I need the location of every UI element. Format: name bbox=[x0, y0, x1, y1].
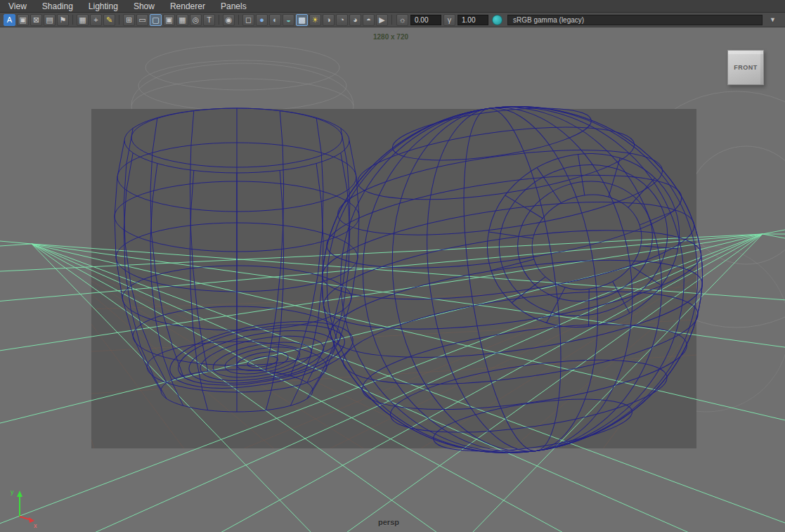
viewport-canvas[interactable]: xy bbox=[0, 27, 785, 532]
pan-zoom-2d-icon[interactable]: + bbox=[90, 14, 102, 26]
dropdown-arrow-icon[interactable]: ▼ bbox=[770, 16, 776, 23]
camera-name-label: persp bbox=[350, 518, 427, 526]
resolution-gate-label: 1280 x 720 bbox=[356, 33, 426, 41]
maya-viewport-window: { "menu": { "items": ["View", "Shading",… bbox=[0, 0, 785, 532]
view-transform-select[interactable]: sRGB gamma (legacy) bbox=[507, 15, 763, 25]
perspective-viewport[interactable]: xy bbox=[0, 27, 785, 532]
image-plane-icon[interactable]: ▦ bbox=[77, 14, 89, 26]
film-gate-icon[interactable]: ▭ bbox=[136, 14, 148, 26]
anti-alias-icon[interactable]: ◓ bbox=[363, 14, 375, 26]
menu-item-panels[interactable]: Panels bbox=[221, 0, 247, 13]
motion-blur-icon[interactable]: ◕ bbox=[349, 14, 361, 26]
gamma-input[interactable]: 1.00 bbox=[458, 15, 488, 25]
field-chart-icon[interactable]: ▦ bbox=[176, 14, 188, 26]
ao-icon[interactable]: ◔ bbox=[336, 14, 348, 26]
axis-x-label: x bbox=[34, 522, 37, 529]
camera-attributes-icon[interactable]: ▤ bbox=[44, 14, 56, 26]
wireframe-on-shaded-icon[interactable]: ▩ bbox=[296, 14, 308, 26]
exposure-input[interactable]: 0.00 bbox=[410, 15, 441, 25]
view-transform-label: sRGB gamma (legacy) bbox=[513, 15, 584, 25]
toolbar-separator bbox=[238, 15, 239, 25]
lights-icon[interactable]: ☀ bbox=[309, 14, 321, 26]
axis-y-label: y bbox=[11, 488, 14, 495]
toolbar-separator bbox=[391, 15, 392, 25]
color-management-icon[interactable] bbox=[492, 15, 502, 25]
toolbar-separator bbox=[72, 15, 73, 25]
panel-menubar: View Shading Lighting Show Renderer Pane… bbox=[0, 0, 785, 13]
grid-icon[interactable]: ⊞ bbox=[123, 14, 135, 26]
shadows-icon[interactable]: ◑ bbox=[323, 14, 335, 26]
default-material-icon[interactable]: ◐ bbox=[269, 14, 281, 26]
lock-camera-icon[interactable]: ⊠ bbox=[30, 14, 42, 26]
menu-item-lighting[interactable]: Lighting bbox=[89, 0, 118, 13]
grease-pencil-icon[interactable]: ✎ bbox=[103, 14, 115, 26]
gamma-icon[interactable]: γ bbox=[443, 14, 455, 26]
toolbar-separator bbox=[119, 15, 119, 25]
menu-item-renderer[interactable]: Renderer bbox=[170, 0, 205, 13]
safe-action-icon[interactable]: ◎ bbox=[190, 14, 202, 26]
select-camera-icon[interactable]: ▣ bbox=[17, 14, 29, 26]
textured-icon[interactable]: ◒ bbox=[283, 14, 294, 26]
toolbar-separator bbox=[219, 15, 219, 25]
smooth-shade-icon[interactable]: ● bbox=[256, 14, 268, 26]
panel-toolbar: A▣⊠▤⚑▦+✎⊞▭▢▣▦◎T◉◻●◐◒▩☀◑◔◕◓▶ ☼ 0.00 γ 1.0… bbox=[0, 13, 785, 27]
resolution-gate-icon[interactable]: ▢ bbox=[150, 14, 162, 26]
menu-item-view[interactable]: View bbox=[8, 0, 27, 13]
isolate-select-icon[interactable]: ◉ bbox=[223, 14, 235, 26]
wireframe-icon[interactable]: ◻ bbox=[242, 14, 254, 26]
menu-item-shading[interactable]: Shading bbox=[42, 0, 73, 13]
sequence-time-icon[interactable]: ▶ bbox=[376, 14, 388, 26]
menu-item-show[interactable]: Show bbox=[134, 0, 155, 13]
bookmarks-icon[interactable]: ⚑ bbox=[57, 14, 69, 26]
view-cube[interactable]: FRONT bbox=[727, 50, 764, 85]
exposure-icon[interactable]: ☼ bbox=[396, 14, 408, 26]
toolbar-icon-group: A▣⊠▤⚑▦+✎⊞▭▢▣▦◎T◉◻●◐◒▩☀◑◔◕◓▶ bbox=[4, 14, 394, 26]
viewport-a-badge-icon[interactable]: A bbox=[4, 14, 15, 26]
gate-mask-icon[interactable]: ▣ bbox=[163, 14, 175, 26]
safe-title-icon[interactable]: T bbox=[203, 14, 215, 26]
